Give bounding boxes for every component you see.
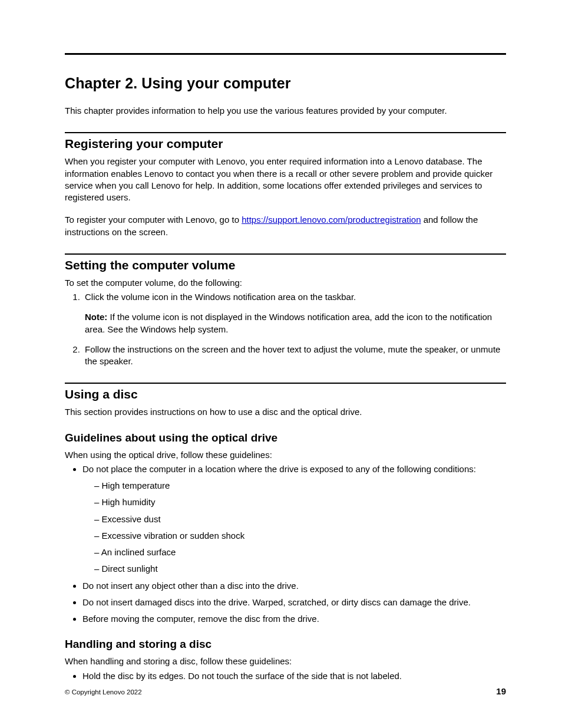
section-heading-volume: Setting the computer volume (65, 258, 506, 272)
volume-intro: To set the computer volume, do the follo… (65, 277, 506, 289)
bullet-text: Do not insert any object other than a di… (82, 581, 299, 591)
bullet-text: Do not insert damaged discs into the dri… (82, 597, 471, 607)
handling-intro: When handling and storing a disc, follow… (65, 655, 506, 667)
condition-text: Direct sunlight (102, 564, 158, 574)
registration-link[interactable]: https://support.lenovo.com/productregist… (242, 215, 421, 225)
chapter-title: Chapter 2. Using your computer (65, 75, 506, 92)
list-item: Do not insert damaged discs into the dri… (82, 597, 506, 608)
bullet-text: Hold the disc by its edges. Do not touch… (82, 671, 402, 681)
top-rule (65, 53, 506, 55)
volume-step-2-text: Follow the instructions on the screen an… (85, 344, 500, 366)
guidelines-intro: When using the optical drive, follow the… (65, 449, 506, 461)
page-footer: © Copyright Lenovo 2022 19 (65, 686, 506, 696)
list-item: Hold the disc by its edges. Do not touch… (82, 670, 506, 682)
section-rule (65, 132, 506, 133)
footer-copyright: © Copyright Lenovo 2022 (65, 689, 142, 696)
condition-text: High temperature (102, 480, 170, 490)
list-item: Excessive vibration or sudden shock (94, 530, 506, 542)
list-item: Before moving the computer, remove the d… (82, 613, 506, 625)
bullet-text: Do not place the computer in a location … (82, 464, 476, 474)
section-rule (65, 253, 506, 255)
note-label: Note: (85, 312, 110, 322)
section-rule (65, 383, 506, 384)
volume-step-2: Follow the instructions on the screen an… (82, 344, 506, 368)
document-page: Chapter 2. Using your computer This chap… (0, 0, 562, 728)
list-item: Do not place the computer in a location … (82, 463, 506, 575)
section-heading-register: Registering your computer (65, 137, 506, 151)
list-item: Do not insert any object other than a di… (82, 580, 506, 592)
list-item: High humidity (94, 496, 506, 508)
list-item: High temperature (94, 480, 506, 492)
handling-list: Hold the disc by its edges. Do not touch… (65, 670, 506, 682)
condition-text: An inclined surface (101, 547, 176, 557)
note-body: If the volume icon is not displayed in t… (85, 312, 492, 334)
section-heading-disc: Using a disc (65, 387, 506, 401)
register-paragraph-2: To register your computer with Lenovo, g… (65, 214, 506, 238)
condition-text: Excessive dust (102, 514, 161, 524)
condition-text: High humidity (102, 497, 156, 507)
volume-steps: Click the volume icon in the Windows not… (65, 291, 506, 367)
bullet-text: Before moving the computer, remove the d… (82, 614, 319, 624)
register-paragraph-1: When you register your computer with Len… (65, 156, 506, 203)
subheading-guidelines: Guidelines about using the optical drive (65, 431, 506, 444)
volume-step-1: Click the volume icon in the Windows not… (82, 291, 506, 335)
list-item: Direct sunlight (94, 563, 506, 575)
volume-note: Note: If the volume icon is not displaye… (85, 311, 506, 335)
list-item: An inclined surface (94, 546, 506, 558)
chapter-intro: This chapter provides information to hel… (65, 105, 506, 117)
page-number: 19 (496, 686, 506, 696)
register-p2-pre: To register your computer with Lenovo, g… (65, 215, 242, 225)
condition-text: Excessive vibration or sudden shock (102, 531, 245, 541)
list-item: Excessive dust (94, 513, 506, 525)
conditions-list: High temperature High humidity Excessive… (82, 480, 506, 575)
guidelines-list: Do not place the computer in a location … (65, 463, 506, 625)
disc-intro: This section provides instructions on ho… (65, 406, 506, 418)
subheading-handling: Handling and storing a disc (65, 638, 506, 651)
volume-step-1-text: Click the volume icon in the Windows not… (85, 292, 356, 302)
